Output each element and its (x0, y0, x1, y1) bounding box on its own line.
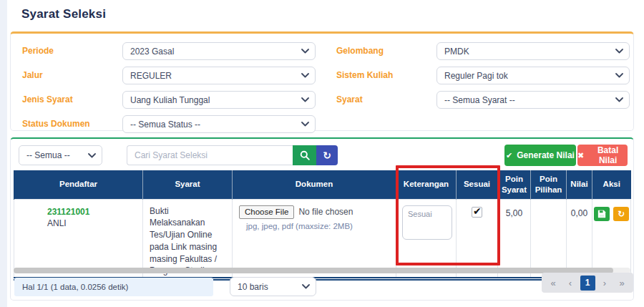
col-header-poin-syarat: Poin Syarat (498, 170, 531, 199)
sesuai-checkbox[interactable]: ✔ (472, 207, 482, 218)
batal-nilai-label: Batal Nilai (588, 145, 628, 165)
check-icon: ✔ (473, 205, 482, 217)
pagination: « ‹ 1 › » (542, 273, 633, 293)
col-header-nilai: Nilai (567, 170, 592, 199)
save-row-button[interactable] (594, 207, 610, 221)
col-header-syarat: Syarat (143, 170, 233, 199)
file-hint-text: jpg, jpeg, pdf (maxsize: 2MB) (246, 222, 393, 230)
syarat-select[interactable]: -- Semua Syarat -- (436, 91, 630, 109)
filter-label-jenis-syarat: Jenis Syarat (22, 91, 122, 109)
x-icon: ✖ (577, 152, 584, 160)
cell-syarat: Bukti Melaksanakan Tes/Ujian Online pada… (143, 199, 233, 279)
page-left-gutter (0, 0, 7, 307)
filter-label-jalur: Jalur (22, 67, 122, 84)
cell-nilai: 0,00 (567, 199, 592, 279)
jenis-syarat-select[interactable]: Uang Kuliah Tunggal (122, 91, 316, 109)
applicant-name: ANLI (47, 218, 138, 228)
filter-label-periode: Periode (22, 42, 122, 60)
col-header-aksi: Aksi (592, 170, 631, 199)
refresh-button[interactable]: ↻ (316, 145, 338, 165)
col-header-keterangan: Keterangan (396, 170, 457, 199)
pagination-prev[interactable]: ‹ (563, 276, 578, 291)
search-input[interactable] (127, 145, 293, 165)
filter-label-sistem-kuliah: Sistem Kuliah (316, 67, 436, 84)
cell-aksi: ↻ (592, 199, 631, 279)
filter-label-gelombang: Gelombang (316, 42, 436, 60)
generate-nilai-label: Generate Nilai (517, 150, 575, 160)
filters-panel: Periode 2023 Gasal Gelombang PMDK Jalur … (10, 31, 634, 131)
jalur-select[interactable]: REGULER (122, 67, 316, 84)
pagination-next[interactable]: › (597, 276, 613, 291)
col-header-poin-pilihan: Poin Pilihan (531, 170, 567, 199)
page-size-select[interactable]: 10 baris (230, 277, 316, 296)
results-panel: -- Semua -- ↻ ✔ Generate Nilai ✖ Batal N… (10, 137, 634, 301)
periode-select[interactable]: 2023 Gasal (122, 42, 316, 60)
reset-row-button[interactable]: ↻ (613, 207, 629, 221)
scope-select[interactable]: -- Semua -- (19, 145, 102, 165)
filter-label-status-dokumen: Status Dokumen (22, 115, 122, 133)
pagination-last[interactable]: » (615, 276, 630, 291)
col-header-sesuai: Sesuai (457, 170, 498, 199)
col-header-dokumen: Dokumen (233, 170, 396, 199)
file-status-text: No file chosen (298, 207, 353, 217)
pagination-first[interactable]: « (546, 276, 561, 291)
save-icon (597, 210, 606, 218)
cell-poin-syarat: 5,00 (498, 199, 531, 279)
check-icon: ✔ (506, 152, 512, 160)
search-button[interactable] (293, 145, 316, 165)
batal-nilai-button[interactable]: ✖ Batal Nilai (577, 145, 628, 166)
scrollbar-thumb[interactable] (14, 268, 613, 273)
table-row: 231121001 ANLI Bukti Melaksanakan Tes/Uj… (14, 199, 631, 279)
cell-poin-pilihan (531, 199, 567, 279)
gelombang-select[interactable]: PMDK (436, 42, 630, 60)
table-header-row: Pendaftar Syarat Dokumen Keterangan Sesu… (14, 170, 631, 199)
cell-pendaftar: 231121001 ANLI (14, 199, 143, 279)
search-icon (300, 150, 310, 160)
page-title: Syarat Seleksi (21, 7, 106, 21)
status-dokumen-select[interactable]: -- Semua Status -- (122, 115, 316, 133)
horizontal-scrollbar[interactable] (14, 268, 630, 273)
cell-dokumen: Choose File No file chosen jpg, jpeg, pd… (233, 199, 396, 279)
generate-nilai-button[interactable]: ✔ Generate Nilai (504, 145, 576, 166)
cell-sesuai: ✔ (457, 199, 498, 279)
filter-grid: Periode 2023 Gasal Gelombang PMDK Jalur … (11, 34, 633, 133)
cell-keterangan: Sesuai (396, 199, 457, 279)
applicant-id: 231121001 (47, 207, 138, 217)
refresh-icon: ↻ (323, 150, 331, 160)
filter-label-syarat: Syarat (316, 91, 436, 109)
pagination-info: Hal 1/1 (1 data, 0.0256 detik) (14, 278, 213, 296)
keterangan-textarea[interactable]: Sesuai (402, 205, 452, 240)
requirements-table: Pendaftar Syarat Dokumen Keterangan Sesu… (14, 170, 631, 281)
col-header-pendaftar: Pendaftar (14, 170, 143, 199)
choose-file-button[interactable]: Choose File (239, 205, 294, 219)
pagination-page-1[interactable]: 1 (580, 276, 595, 291)
refresh-icon: ↻ (618, 210, 625, 218)
sistem-kuliah-select[interactable]: Reguler Pagi tok (436, 67, 630, 84)
